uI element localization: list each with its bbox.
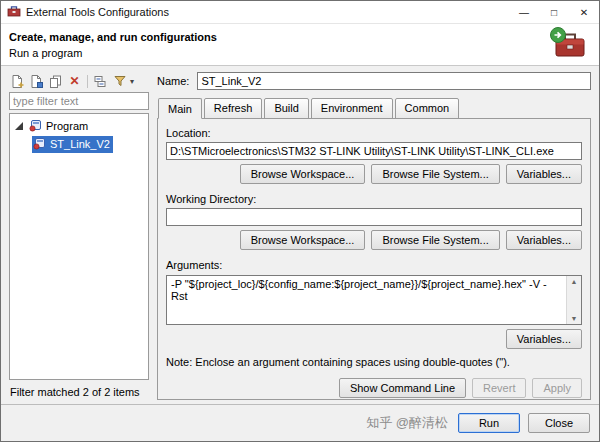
- configurations-panel: ✕ ▾: [9, 72, 149, 400]
- arguments-label: Arguments:: [166, 259, 582, 271]
- tree-item-label: Program: [46, 120, 88, 132]
- external-tools-banner-icon: [547, 26, 589, 64]
- tab-build[interactable]: Build: [264, 98, 308, 119]
- toolbar-separator: [87, 75, 88, 88]
- tab-environment[interactable]: Environment: [311, 98, 393, 119]
- browse-file-system-button[interactable]: Browse File System...: [371, 164, 499, 184]
- name-label: Name:: [157, 75, 189, 87]
- variables-button[interactable]: Variables...: [506, 164, 582, 184]
- tree-item-label: ST_Link_V2: [50, 138, 110, 150]
- close-button[interactable]: ✕: [569, 1, 599, 23]
- arguments-scrollbar[interactable]: ▲ ▼: [566, 276, 581, 324]
- filter-menu-chevron-icon[interactable]: ▾: [130, 77, 139, 86]
- filter-icon[interactable]: [111, 73, 128, 90]
- tab-refresh[interactable]: Refresh: [204, 98, 263, 119]
- filter-input[interactable]: [9, 92, 149, 110]
- location-label: Location:: [166, 127, 582, 139]
- window-title: External Tools Configurations: [26, 6, 504, 18]
- show-command-line-button[interactable]: Show Command Line: [339, 378, 466, 398]
- apply-button: Apply: [532, 378, 582, 398]
- new-prototype-icon[interactable]: [28, 73, 45, 90]
- configuration-form: Name: Main Refresh Build Environment Com…: [157, 72, 591, 400]
- filter-status: Filter matched 2 of 2 items: [9, 380, 149, 400]
- browse-workspace-button[interactable]: Browse Workspace...: [240, 230, 366, 250]
- run-button[interactable]: Run: [458, 413, 520, 433]
- tab-main[interactable]: Main: [158, 98, 202, 119]
- browse-workspace-button[interactable]: Browse Workspace...: [240, 164, 366, 184]
- variables-button[interactable]: Variables...: [506, 329, 582, 349]
- program-config-icon: [33, 137, 46, 152]
- window-controls: — □ ✕: [509, 1, 599, 23]
- expand-arrow-icon[interactable]: [15, 122, 23, 130]
- dialog-button-bar: 知乎 @醉清松 Run Close: [1, 404, 599, 441]
- delete-icon[interactable]: ✕: [66, 73, 83, 90]
- tree-item-st-link-v2[interactable]: ST_Link_V2: [10, 135, 148, 153]
- arguments-textarea[interactable]: -P "${project_loc}/${config_name:${proje…: [167, 276, 566, 324]
- tree-item-program[interactable]: Program: [10, 117, 148, 135]
- browse-file-system-button[interactable]: Browse File System...: [371, 230, 499, 250]
- configurations-tree: Program ST_Link_V2: [9, 113, 149, 380]
- config-tabs: Main Refresh Build Environment Common: [157, 97, 591, 118]
- collapse-all-icon[interactable]: [92, 73, 109, 90]
- working-directory-input[interactable]: [166, 208, 582, 226]
- close-dialog-button[interactable]: Close: [528, 413, 590, 433]
- name-input[interactable]: [197, 72, 591, 90]
- minimize-button[interactable]: —: [509, 1, 539, 23]
- variables-button[interactable]: Variables...: [506, 230, 582, 250]
- working-directory-label: Working Directory:: [166, 193, 582, 205]
- watermark: 知乎 @醉清松: [366, 414, 448, 432]
- app-icon: [7, 4, 21, 20]
- header-banner: Create, manage, and run configurations R…: [1, 24, 599, 66]
- program-config-icon: [29, 119, 42, 134]
- main-tab-content: Location: Browse Workspace... Browse Fil…: [157, 118, 591, 400]
- maximize-button[interactable]: □: [539, 1, 569, 23]
- location-input[interactable]: [166, 142, 582, 160]
- arguments-note: Note: Enclose an argument containing spa…: [166, 356, 582, 368]
- revert-button: Revert: [472, 378, 526, 398]
- new-configuration-icon[interactable]: [9, 73, 26, 90]
- scroll-up-icon[interactable]: ▲: [571, 278, 578, 285]
- configurations-toolbar: ✕ ▾: [9, 72, 149, 92]
- external-tools-dialog: External Tools Configurations — □ ✕ Crea…: [0, 0, 600, 442]
- header-title: Create, manage, and run configurations: [9, 31, 217, 43]
- tab-common[interactable]: Common: [395, 98, 460, 119]
- header-subtitle: Run a program: [9, 47, 217, 59]
- duplicate-icon[interactable]: [47, 73, 64, 90]
- titlebar: External Tools Configurations — □ ✕: [1, 1, 599, 24]
- scroll-down-icon[interactable]: ▼: [571, 315, 578, 322]
- main-area: ✕ ▾: [1, 66, 599, 404]
